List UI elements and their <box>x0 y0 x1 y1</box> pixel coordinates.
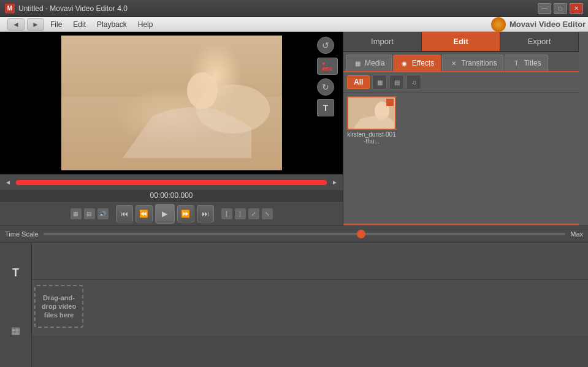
menu-help[interactable]: Help <box>133 19 158 30</box>
main-area: ↺ ●REC ↻ T ◄ ► 00:00:00.000 ▦ ▤ <box>0 32 588 225</box>
subtab-transitions[interactable]: ✕ Transitions <box>442 55 503 71</box>
play-button[interactable]: ▶ <box>155 204 175 224</box>
timeline-area: Time Scale Max T ▦ <box>0 225 588 367</box>
fullscreen-icon[interactable]: ⤢ <box>248 208 259 219</box>
window-controls: — □ ✕ <box>538 3 583 14</box>
video-track-lane[interactable]: Drag-and-drop video files here <box>32 280 588 336</box>
thumb-svg <box>348 97 396 130</box>
audio1-track-icon[interactable] <box>6 360 26 367</box>
menu-bar: ◄ ► File Edit Playback Help Movavi Video… <box>0 17 588 32</box>
reset-button[interactable]: ↻ <box>317 78 334 96</box>
media-grid: kirsten_dunst-001-thu... <box>343 93 579 224</box>
video-track-icon[interactable]: ▦ <box>6 303 26 358</box>
app-icon: M <box>5 4 15 13</box>
text-tool-button[interactable]: T <box>317 99 334 116</box>
preview-area: ↺ ●REC ↻ T ◄ ► 00:00:00.000 ▦ ▤ <box>0 32 343 225</box>
progress-bar-area: ◄ ► <box>0 174 343 190</box>
time-display: 00:00:00.000 <box>0 190 343 201</box>
skip-end-button[interactable]: ⏭ <box>197 205 214 222</box>
menu-playback[interactable]: Playback <box>92 19 132 30</box>
minimize-button[interactable]: — <box>538 3 551 14</box>
rewind-button[interactable]: ⏪ <box>136 205 153 222</box>
time-value: 00:00:00.000 <box>150 191 193 200</box>
maximize-button[interactable]: □ <box>554 3 567 14</box>
track-end-icon: ► <box>332 179 338 186</box>
subtab-titles-label: Titles <box>524 59 541 67</box>
subtab-effects[interactable]: ◉ Effects <box>393 55 441 71</box>
app-name: Movavi Video Editor <box>510 20 586 29</box>
list-view-button[interactable]: ▤ <box>389 75 404 89</box>
tab-edit[interactable]: Edit <box>422 32 500 51</box>
resize-icon[interactable]: ⤡ <box>262 208 273 219</box>
track-icon-panel: T ▦ <box>0 243 32 367</box>
subtab-titles[interactable]: T Titles <box>505 55 548 71</box>
media-label-0: kirsten_dunst-001-thu... <box>347 131 396 145</box>
timescale-max-label: Max <box>570 230 583 238</box>
timescale-thumb[interactable] <box>357 230 365 238</box>
side-controls: ↺ ●REC ↻ T <box>317 37 338 116</box>
filter-row: All ▦ ▤ ♫ <box>343 72 579 93</box>
subtab-media-label: Media <box>365 59 385 67</box>
title-bar: M Untitled - Movavi Video Editor 4.0 — □… <box>0 0 588 17</box>
media-thumbnail-0 <box>347 96 396 130</box>
transitions-icon: ✕ <box>449 58 459 68</box>
timescale-slider[interactable] <box>44 233 566 235</box>
track-begin-icon: ◄ <box>5 179 11 186</box>
tab-export[interactable]: Export <box>500 32 579 51</box>
text-track-icon[interactable]: T <box>6 245 26 300</box>
audio1-track-lane <box>32 336 588 367</box>
fast-forward-button[interactable]: ⏩ <box>177 205 194 222</box>
rec-button[interactable]: ●REC <box>317 58 338 75</box>
drop-zone[interactable]: Drag-and-drop video files here <box>34 285 83 328</box>
window-title: Untitled - Movavi Video Editor 4.0 <box>18 4 538 13</box>
app-branding: Movavi Video Editor <box>491 17 586 32</box>
undo-tool-button[interactable]: ↺ <box>317 37 334 54</box>
tracks: T ▦ Drag-and-drop video files here <box>0 243 588 367</box>
mark-in-icon[interactable]: [ <box>221 208 232 219</box>
brand-icon <box>491 17 506 32</box>
grid-view-button[interactable]: ▦ <box>372 75 387 89</box>
media-icon: ▦ <box>353 58 362 68</box>
subtab-media[interactable]: ▦ Media <box>346 55 392 71</box>
filter-all-button[interactable]: All <box>347 75 370 89</box>
timescale-label: Time Scale <box>5 230 39 238</box>
snapshot-icon[interactable]: ▦ <box>71 208 82 219</box>
subtab-transitions-label: Transitions <box>461 59 497 67</box>
volume-icon[interactable]: 🔊 <box>97 208 109 219</box>
video-frame <box>61 36 282 170</box>
skip-start-button[interactable]: ⏮ <box>116 205 133 222</box>
tab-import[interactable]: Import <box>343 32 422 51</box>
menu-file[interactable]: File <box>45 19 67 30</box>
text-track-lane <box>32 243 588 280</box>
effects-icon: ◉ <box>400 58 410 68</box>
menu-edit[interactable]: Edit <box>68 19 91 30</box>
undo-redo-group: ◄ ► <box>7 18 44 31</box>
svg-point-2 <box>187 72 218 109</box>
playback-controls: ▦ ▤ 🔊 ⏮ ⏪ ▶ ⏩ ⏭ [ ] ⤢ ⤡ <box>0 201 343 225</box>
preview-svg <box>61 36 282 170</box>
titles-icon: T <box>511 58 521 68</box>
media-item-0[interactable]: kirsten_dunst-001-thu... <box>347 96 396 145</box>
sub-tabs: ▦ Media ◉ Effects ✕ Transitions T Titles <box>343 52 579 72</box>
video-preview-wrapper: ↺ ●REC ↻ T ◄ ► 00:00:00.000 ▦ ▤ <box>0 32 343 225</box>
timescale-bar: Time Scale Max <box>0 225 588 243</box>
subtab-effects-label: Effects <box>412 59 434 67</box>
right-panel: Import Edit Export ▦ Media ◉ Effects ✕ T… <box>343 32 579 225</box>
audio-filter-button[interactable]: ♫ <box>407 75 421 89</box>
undo-button[interactable]: ◄ <box>7 18 25 31</box>
top-tabs: Import Edit Export <box>343 32 579 52</box>
video-preview: ↺ ●REC ↻ T <box>0 32 343 174</box>
redo-button[interactable]: ► <box>27 18 44 31</box>
clip-icon[interactable]: ▤ <box>84 208 95 219</box>
mark-out-icon[interactable]: ] <box>235 208 246 219</box>
close-button[interactable]: ✕ <box>570 3 583 14</box>
progress-bar[interactable] <box>16 180 327 185</box>
track-lanes: Drag-and-drop video files here <box>32 243 588 367</box>
drop-zone-text: Drag-and-drop video files here <box>36 293 82 320</box>
